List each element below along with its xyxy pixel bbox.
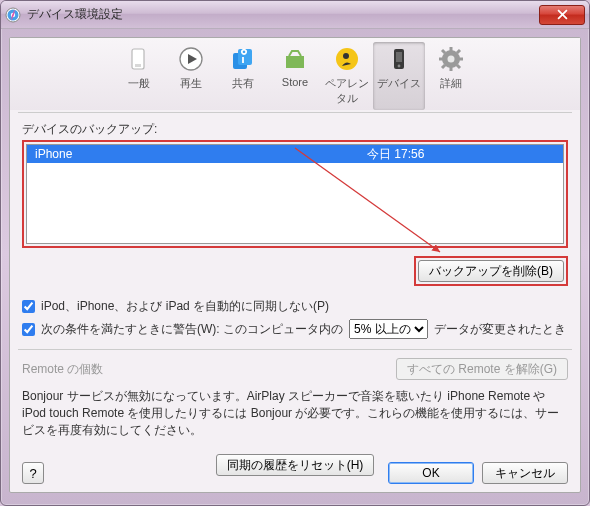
svg-point-9: [343, 53, 349, 59]
clear-remotes-button: すべての Remote を解除(G): [396, 358, 568, 380]
warn-label: 次の条件を満たすときに警告(W): このコンピュータ内の: [41, 321, 343, 338]
tab-advanced[interactable]: 詳細: [425, 42, 477, 110]
svg-point-14: [448, 56, 455, 63]
backup-row[interactable]: iPhone 今日 17:56: [27, 145, 563, 163]
close-button[interactable]: [539, 5, 585, 25]
svg-point-8: [336, 48, 358, 70]
backup-list[interactable]: iPhone 今日 17:56: [26, 144, 564, 244]
svg-rect-11: [396, 52, 402, 62]
section-separator: [18, 349, 572, 350]
ok-button[interactable]: OK: [388, 462, 474, 484]
svg-line-21: [457, 50, 460, 53]
svg-line-22: [442, 65, 445, 68]
warn-tail-label: データが変更されたとき: [434, 321, 566, 338]
svg-point-12: [398, 65, 401, 68]
svg-rect-4: [135, 64, 141, 67]
tab-parental[interactable]: ペアレンタル: [321, 42, 373, 110]
store-icon: [278, 44, 312, 74]
tab-devices[interactable]: デバイス: [373, 42, 425, 110]
svg-line-19: [442, 50, 445, 53]
auto-sync-label: iPod、iPhone、および iPad を自動的に同期しない(P): [41, 298, 329, 315]
delete-backup-button[interactable]: バックアップを削除(B): [418, 260, 564, 282]
bonjour-warning-text: Bonjour サービスが無効になっています。AirPlay スピーカーで音楽を…: [22, 388, 568, 438]
auto-sync-row[interactable]: iPod、iPhone、および iPad を自動的に同期しない(P): [22, 298, 568, 315]
device-icon: [382, 44, 416, 74]
toolbar-separator: [18, 112, 572, 113]
sharing-icon: [226, 44, 260, 74]
backup-list-label: デバイスのバックアップ:: [22, 121, 568, 138]
delete-backup-highlight: バックアップを削除(B): [414, 256, 568, 286]
gear-icon: [434, 44, 468, 74]
tab-playback[interactable]: 再生: [165, 42, 217, 110]
general-icon: [122, 44, 156, 74]
backup-list-highlight: iPhone 今日 17:56: [22, 140, 568, 248]
titlebar: デバイス環境設定: [1, 1, 589, 29]
tab-general[interactable]: 一般: [113, 42, 165, 110]
threshold-select[interactable]: 5% 以上の: [349, 319, 428, 339]
preferences-toolbar: 一般 再生 共有 Store: [10, 38, 580, 110]
window-title: デバイス環境設定: [27, 6, 539, 23]
parental-icon: [330, 44, 364, 74]
play-icon: [174, 44, 208, 74]
tab-store[interactable]: Store: [269, 42, 321, 110]
warn-checkbox[interactable]: [22, 323, 35, 336]
auto-sync-checkbox[interactable]: [22, 300, 35, 313]
backup-time-cell: 今日 17:56: [361, 146, 563, 163]
backup-device-cell: iPhone: [27, 147, 361, 161]
remote-count-label: Remote の個数: [22, 361, 103, 378]
close-icon: [557, 9, 568, 20]
warn-row: 次の条件を満たすときに警告(W): このコンピュータ内の 5% 以上の データが…: [22, 319, 568, 339]
cancel-button[interactable]: キャンセル: [482, 462, 568, 484]
app-icon: [5, 7, 21, 23]
svg-rect-7: [238, 49, 252, 65]
tab-sharing[interactable]: 共有: [217, 42, 269, 110]
svg-line-20: [457, 65, 460, 68]
